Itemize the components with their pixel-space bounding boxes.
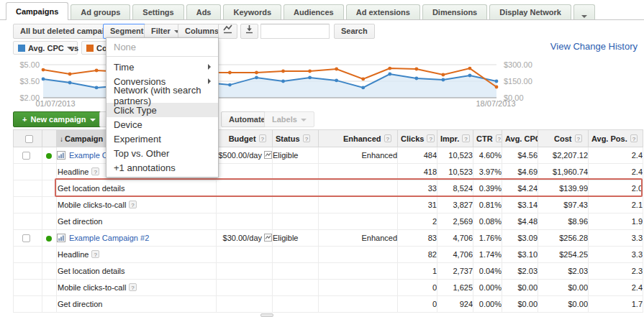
row-select-cell: [14, 147, 42, 164]
menu-item-network-with-search-partners[interactable]: Network (with search partners): [106, 88, 218, 103]
tab-campaigns[interactable]: Campaigns: [6, 2, 68, 20]
ctr-cell: 0.08%: [473, 213, 502, 230]
status-enabled-dot[interactable]: [46, 153, 52, 159]
column-header-budget[interactable]: Budget?: [217, 130, 273, 147]
budget-cell: [217, 296, 273, 313]
ctr-cell: 1.76%: [473, 230, 502, 247]
tab-keywords[interactable]: Keywords: [223, 4, 281, 19]
column-header-ctr[interactable]: CTR?: [473, 130, 502, 147]
segment-row-label: Headline: [57, 250, 89, 259]
menu-item-label: Top vs. Other: [114, 148, 169, 159]
column-header-clicks[interactable]: Clicks?: [398, 130, 437, 147]
column-header-label: Status: [276, 134, 300, 143]
row-select-cell: [14, 280, 42, 296]
chart-metric-primary-dropdown[interactable]: Avg. CPC: [13, 41, 78, 55]
enhanced-cell: [319, 263, 398, 280]
menu-item-device[interactable]: Device: [106, 117, 218, 132]
segment-row-label: Get direction: [57, 217, 102, 226]
column-header-impr[interactable]: Impr.?: [437, 130, 473, 147]
menu-item-none: None: [106, 38, 218, 57]
ctr-cell: 0.04%: [473, 263, 502, 280]
enhanced-cell: [319, 280, 398, 296]
row-select-cell: [14, 213, 42, 230]
menu-item-time[interactable]: Time: [106, 60, 218, 74]
header-select-all-cell: [14, 130, 42, 147]
download-button[interactable]: [240, 24, 258, 39]
impressions-cell: 1,625: [437, 280, 473, 296]
select-all-checkbox[interactable]: [25, 135, 33, 143]
view-change-history-link[interactable]: View Change History: [550, 41, 638, 52]
column-header-status[interactable]: Status?: [273, 130, 319, 147]
status-enabled-dot[interactable]: [46, 236, 52, 242]
tab-more[interactable]: [573, 4, 595, 19]
row-select-cell: [14, 263, 42, 280]
table-resize-handle[interactable]: [260, 313, 273, 317]
vs-label: vs: [70, 44, 78, 52]
enhanced-cell: Enhanced: [319, 230, 398, 247]
help-icon: ?: [129, 283, 136, 291]
impressions-cell: 2,569: [437, 213, 473, 230]
svg-text:01/07/2013: 01/07/2013: [35, 99, 75, 108]
impressions-cell: 4,706: [437, 230, 473, 247]
column-header-label: Clicks: [401, 134, 424, 143]
campaign-link[interactable]: Example Campaign #2: [69, 234, 149, 242]
column-header-label: Cost: [554, 134, 571, 143]
column-header-label: Avg. CPC: [505, 134, 538, 143]
column-header-cost[interactable]: Cost?: [538, 130, 589, 147]
new-campaign-label: New campaign: [30, 115, 86, 124]
search-input[interactable]: [260, 24, 330, 39]
tab-dimensions[interactable]: Dimensions: [422, 4, 487, 19]
tab-ad-groups[interactable]: Ad groups: [71, 4, 130, 19]
status-cell: [273, 213, 319, 230]
clicks-cell: 31: [398, 197, 437, 213]
labels-label: Labels: [272, 115, 297, 124]
tab-audiences[interactable]: Audiences: [284, 4, 344, 19]
table-row: Mobile clicks-to-call?313,8270.81%$3.14$…: [14, 197, 643, 213]
search-button[interactable]: Search: [334, 24, 375, 39]
campaign-cell: Mobile clicks-to-call?: [57, 280, 217, 296]
cost-cell: $139.99: [538, 180, 589, 197]
download-icon: [245, 24, 254, 34]
column-header-avg-pos[interactable]: Avg. Pos.?: [589, 130, 643, 147]
svg-text:$3.50: $3.50: [19, 77, 40, 86]
enhanced-cell: [319, 213, 398, 230]
toggle-graph-button[interactable]: [218, 24, 237, 39]
column-header-label: Budget: [229, 134, 256, 143]
new-campaign-button[interactable]: +New campaign: [13, 111, 105, 127]
column-header-avg-cpc[interactable]: Avg. CPC?: [502, 130, 538, 147]
impressions-cell: 3,827: [437, 197, 473, 213]
bid-graph-icon[interactable]: [264, 234, 272, 242]
menu-item-experiment[interactable]: Experiment: [106, 132, 218, 146]
avg-cpc-cell: $4.69: [502, 164, 538, 180]
help-icon: ?: [259, 134, 266, 142]
cost-cell: $1,960.74: [538, 164, 589, 180]
column-header-label: Impr.: [440, 134, 459, 143]
automate-label: Automate: [229, 115, 266, 124]
budget-cell: $500.00/day: [217, 147, 273, 164]
tab-display-network[interactable]: Display Network: [489, 4, 571, 19]
clicks-cell: 83: [398, 230, 437, 247]
menu-item-label: None: [114, 42, 136, 52]
menu-item-1-annotations[interactable]: +1 annotations: [106, 160, 218, 175]
menu-item-top-vs-other[interactable]: Top vs. Other: [106, 146, 218, 160]
adwords-campaigns-page: CampaignsAd groupsSettingsAdsKeywordsAud…: [0, 0, 644, 317]
tab-ads[interactable]: Ads: [186, 4, 222, 19]
ctr-cell: 0.81%: [473, 197, 502, 213]
caret-down-icon: [301, 119, 307, 121]
budget-value: $30.00/day: [223, 234, 262, 242]
segment-row-label: Get location details: [57, 267, 125, 275]
help-icon: ?: [91, 167, 99, 175]
row-checkbox[interactable]: [22, 234, 30, 242]
bid-graph-icon[interactable]: [264, 151, 272, 159]
column-header-enhanced[interactable]: Enhanced?: [319, 130, 398, 147]
cost-cell: $2.03: [538, 263, 589, 280]
campaign-icon: [57, 234, 65, 242]
segment-row-label: Get direction: [57, 300, 102, 308]
filter-label: Filter: [151, 27, 171, 35]
column-header-label: Avg. Pos.: [591, 134, 627, 143]
row-checkbox[interactable]: [22, 152, 30, 160]
tab-ad-extensions[interactable]: Ad extensions: [346, 4, 420, 19]
menu-item-label: +1 annotations: [114, 162, 176, 173]
row-status-cell: [42, 280, 57, 296]
tab-settings[interactable]: Settings: [132, 4, 183, 19]
